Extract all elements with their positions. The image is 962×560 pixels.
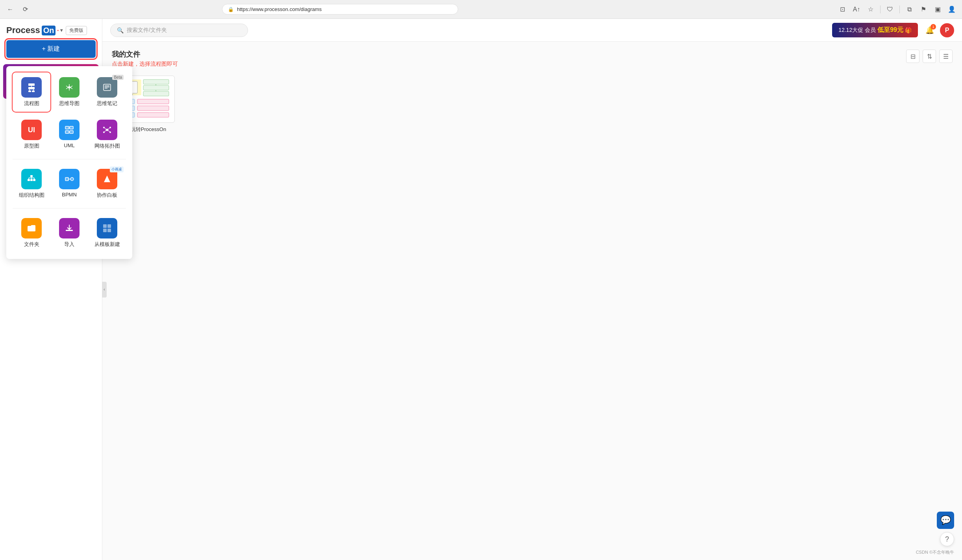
sort-button[interactable]: ⇅ [923,50,936,63]
template-icon [97,218,117,238]
svg-point-26 [109,131,111,133]
svg-point-7 [68,86,70,89]
svg-line-28 [108,128,109,129]
prototype-label: 原型图 [24,142,39,150]
notification-button[interactable]: 🔔 1 [923,23,937,37]
svg-rect-62 [137,113,169,117]
svg-point-23 [103,127,105,128]
svg-line-29 [105,130,106,132]
dropdown-item-folder[interactable]: 文件夹 [13,213,50,253]
dropdown-item-prototype[interactable]: UI 原型图 [13,115,50,154]
dropdown-item-mindmap[interactable]: 思维导图 [50,72,88,112]
whiteboard-label: 协作白板 [97,192,117,199]
dropdown-separator [13,159,126,159]
logo-dot: • [57,28,59,33]
svg-rect-54 [143,91,169,96]
promo-banner[interactable]: 12.12大促 会员 低至99元 🎁 [832,23,918,37]
page-title: 我的文件 [112,50,178,59]
sidebar-collapse-tab[interactable]: ‹ [102,282,107,298]
promo-price-text: 低至99元 [877,26,903,34]
url-text: https://www.processon.com/diagrams [237,6,322,12]
dropdown-item-network[interactable]: 网络拓扑图 [88,115,126,154]
template-label: 从模板新建 [94,241,120,248]
svg-rect-32 [28,179,30,181]
back-button[interactable]: ← [5,4,16,15]
svg-rect-48 [103,229,107,232]
browser-actions: ⊡ A↑ ☆ 🛡 ⧉ ⚑ ▣ 👤 [837,4,957,15]
main-content: 🔍 搜索文件/文件夹 12.12大促 会员 低至99元 🎁 🔔 1 P [102,19,962,560]
svg-line-12 [70,86,72,87]
bookmark-button[interactable]: ☆ [865,4,876,15]
xiaochuangzhuo-badge: 小画桌 [110,166,124,172]
search-placeholder: 搜索文件/文件夹 [127,27,167,34]
content-header: 我的文件 点击新建，选择流程图即可 ⊟ ⇅ ☰ [112,50,953,68]
svg-line-27 [105,128,106,129]
network-label: 网络拓扑图 [94,142,120,150]
divider [880,6,881,13]
tab-button[interactable]: ⊡ [837,4,848,15]
svg-line-10 [66,86,68,87]
dropdown-item-uml[interactable]: UML [50,115,88,154]
bpmn-label: BPMN [62,192,77,198]
dropdown-item-flowchart[interactable]: 流程图 [13,72,50,112]
promo-member-text: 会员 [865,27,876,34]
import-icon [59,218,80,238]
chat-button[interactable]: 💬 [937,512,954,529]
divider2 [899,6,900,13]
font-button[interactable]: A↑ [851,4,862,15]
dropdown-item-whiteboard[interactable]: 协作白板 小画桌 [88,164,126,203]
dropdown-item-import[interactable]: 导入 [50,213,88,253]
file-grid: 快速玩转ProcessOn [112,76,953,133]
filter-button[interactable]: ⊟ [906,50,919,63]
free-badge: 免费版 [66,26,87,35]
svg-rect-33 [30,179,33,181]
view-toggle-button[interactable]: ☰ [939,50,953,63]
svg-rect-44 [66,230,73,231]
help-button[interactable]: ? [940,532,954,546]
dropdown-item-template[interactable]: 从模板新建 [88,213,126,253]
svg-point-24 [109,127,111,128]
dropdown-menu: 流程图 思维导图 [6,66,132,259]
favorites-button[interactable]: ⚑ [918,4,929,15]
search-box[interactable]: 🔍 搜索文件/文件夹 [110,24,248,37]
content-area: 我的文件 点击新建，选择流程图即可 ⊟ ⇅ ☰ [102,42,962,560]
promo-gift-icon: 🎁 [905,27,912,33]
bpmn-icon [59,169,80,189]
svg-line-30 [108,130,109,132]
svg-rect-40 [65,177,68,181]
svg-rect-31 [30,175,33,177]
profile-button[interactable]: 👤 [946,4,957,15]
content-actions: ⊟ ⇅ ☰ [906,50,953,63]
refresh-button[interactable]: ⟳ [20,4,31,15]
shield-button[interactable]: 🛡 [884,4,895,15]
csdn-watermark: CSDN ©不念年晚牛 [916,549,954,555]
svg-rect-60 [137,99,169,104]
collections-button[interactable]: ▣ [932,4,943,15]
new-button[interactable]: + 新建 [6,40,96,58]
split-button[interactable]: ⧉ [904,4,915,15]
chat-icon: 💬 [940,515,951,525]
logo-dropdown-arrow[interactable]: ▾ [60,28,63,33]
mindmap-label: 思维导图 [59,100,80,107]
logo[interactable]: ProcessOn• ▾ [6,25,63,35]
flowchart-icon [21,77,42,98]
promo-main-text: 12.12大促 [838,27,863,34]
logo-on-text: On [42,26,56,35]
lock-icon: 🔒 [228,7,234,12]
dropdown-item-org[interactable]: 组织结构图 [13,164,50,203]
address-bar[interactable]: 🔒 https://www.processon.com/diagrams [222,4,458,15]
content-title-section: 我的文件 点击新建，选择流程图即可 [112,50,178,68]
dropdown-item-mindnote[interactable]: 思维笔记 Beta [88,72,126,112]
svg-rect-52 [143,79,169,84]
svg-marker-43 [104,176,110,182]
mindnote-icon [97,77,117,98]
header-right: 🔔 1 P [923,23,954,37]
dropdown-item-bpmn[interactable]: BPMN [50,164,88,203]
svg-rect-21 [70,131,73,133]
svg-line-11 [66,87,68,89]
svg-line-13 [70,87,72,89]
user-avatar[interactable]: P [940,23,954,37]
svg-point-41 [70,177,74,181]
network-icon [97,120,117,140]
svg-point-25 [103,131,105,133]
